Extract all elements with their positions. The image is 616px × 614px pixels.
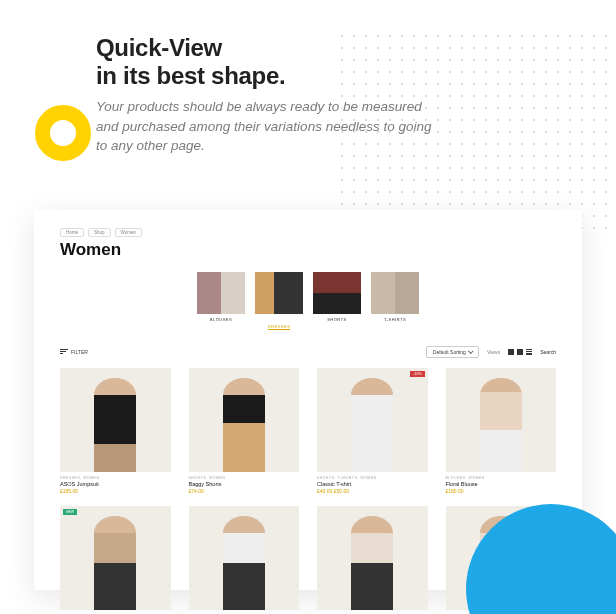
category-thumb: [313, 272, 361, 314]
view-list-icon[interactable]: [526, 349, 532, 355]
category-thumb: [255, 272, 303, 314]
search-button[interactable]: Search: [540, 349, 556, 355]
hero-subtitle: Your products should be always ready to …: [96, 97, 436, 156]
product-name: ASOS Jumpsuit: [60, 481, 171, 487]
product-image: [189, 506, 300, 610]
breadcrumb: Home Shop Women: [60, 228, 556, 237]
page-title: Women: [60, 240, 556, 260]
hero-title: Quick-View in its best shape.: [96, 34, 616, 89]
chevron-down-icon: [468, 348, 474, 354]
category-thumb: [371, 272, 419, 314]
breadcrumb-item[interactable]: Home: [60, 228, 84, 237]
product-price: £74.00: [189, 488, 300, 494]
product-name: Baggy Shorts: [189, 481, 300, 487]
sort-select[interactable]: Default Sorting: [426, 346, 479, 358]
breadcrumb-item[interactable]: Shop: [88, 228, 111, 237]
product-price: £40.00 £50.00: [317, 488, 428, 494]
category-shorts[interactable]: SHORTS: [313, 272, 361, 332]
sort-label: Default Sorting: [433, 349, 466, 355]
product-price: £180.00: [446, 488, 557, 494]
hero-block: Quick-View in its best shape. Your produ…: [0, 0, 616, 156]
new-badge: NEW: [63, 509, 77, 515]
product-card[interactable]: BLOUSES, WOMEN Floral Blouse £180.00: [446, 368, 557, 494]
views-label: Views: [487, 349, 500, 355]
product-category: BLOUSES, WOMEN: [446, 476, 557, 480]
product-card[interactable]: SHORTS, WOMEN Baggy Shorts £74.00: [189, 368, 300, 494]
hero-title-line1: Quick-View: [96, 34, 222, 61]
view-grid-small-icon[interactable]: [517, 349, 523, 355]
product-price: £195.00: [60, 488, 171, 494]
category-thumb: [197, 272, 245, 314]
product-name: Floral Blouse: [446, 481, 557, 487]
product-card[interactable]: NEW: [60, 506, 171, 610]
view-grid-large-icon[interactable]: [508, 349, 514, 355]
product-card[interactable]: DRESSES, WOMEN ASOS Jumpsuit £195.00: [60, 368, 171, 494]
category-label: SHORTS: [313, 317, 361, 322]
category-tshirts[interactable]: T-SHIRTS: [371, 272, 419, 332]
product-image: NEW: [60, 506, 171, 610]
decorative-yellow-ring: [35, 105, 91, 161]
product-card[interactable]: [317, 506, 428, 610]
product-image: [60, 368, 171, 472]
category-blouses[interactable]: BLOUSES: [197, 272, 245, 332]
filter-icon: [60, 349, 68, 355]
product-image: [189, 368, 300, 472]
category-label: DRESSES: [268, 324, 291, 330]
breadcrumb-item[interactable]: Women: [115, 228, 142, 237]
category-strip: BLOUSES DRESSES SHORTS T-SHIRTS: [60, 272, 556, 332]
product-category: SHORTS, T-SHIRTS, WOMEN: [317, 476, 428, 480]
view-switcher: [508, 349, 532, 355]
filter-button[interactable]: FILTER: [60, 349, 88, 355]
category-label: BLOUSES: [197, 317, 245, 322]
product-image: [317, 506, 428, 610]
hero-title-line2: in its best shape.: [96, 62, 285, 89]
product-name: Classic T-shirt: [317, 481, 428, 487]
product-toolbar: FILTER Default Sorting Views Search: [60, 346, 556, 358]
category-label: T-SHIRTS: [371, 317, 419, 322]
product-card[interactable]: [189, 506, 300, 610]
product-card[interactable]: -10% SHORTS, T-SHIRTS, WOMEN Classic T-s…: [317, 368, 428, 494]
product-image: [446, 368, 557, 472]
filter-label: FILTER: [71, 349, 88, 355]
category-dresses[interactable]: DRESSES: [255, 272, 303, 332]
product-image: -10%: [317, 368, 428, 472]
sale-badge: -10%: [410, 371, 424, 377]
product-category: DRESSES, WOMEN: [60, 476, 171, 480]
product-category: SHORTS, WOMEN: [189, 476, 300, 480]
